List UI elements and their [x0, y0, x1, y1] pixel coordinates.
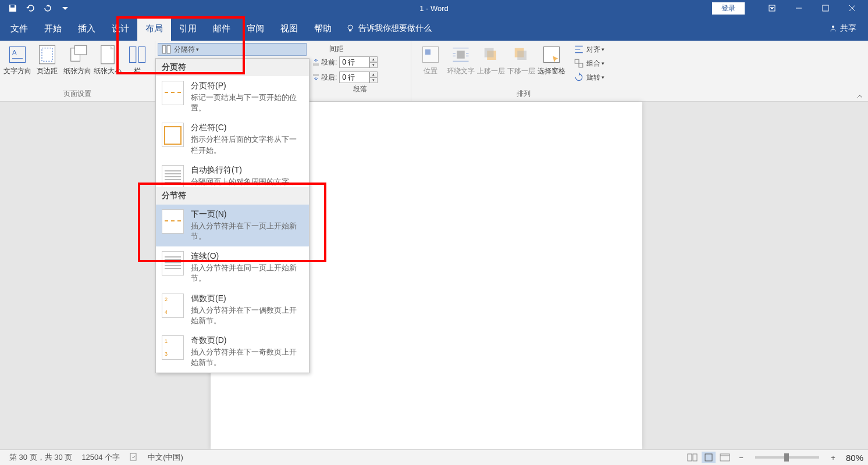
menu-title: 自动换行符(T) [191, 165, 303, 176]
svg-rect-29 [579, 63, 583, 67]
svg-rect-17 [167, 45, 170, 53]
group-label-page-setup: 页面设置 [2, 89, 152, 101]
svg-point-5 [348, 25, 353, 30]
zoom-level[interactable]: 80% [842, 453, 863, 463]
status-proofing-icon[interactable] [124, 452, 143, 463]
tab-mailings[interactable]: 邮件 [205, 17, 239, 41]
group-icon [574, 58, 584, 69]
align-button[interactable]: 对齐▾ [570, 43, 608, 56]
ribbon-tabs: 文件 开始 插入 设计 布局 引用 邮件 审阅 视图 帮助 告诉我你想要做什么 … [0, 16, 868, 41]
before-label: 段前: [321, 58, 337, 67]
tab-home[interactable]: 开始 [36, 17, 70, 41]
selection-pane-button[interactable]: 选择窗格 [536, 43, 567, 88]
menu-item-next-page[interactable]: 下一页(N) 插入分节符并在下一页上开始新节。 [156, 205, 309, 246]
svg-point-6 [832, 26, 834, 28]
breaks-button[interactable]: 分隔符 ▾ [158, 43, 307, 56]
zoom-slider[interactable] [755, 456, 819, 459]
position-button[interactable]: 位置 [415, 43, 446, 88]
ribbon-content: A 文字方向 页边距 纸张方向 纸张大小 栏 页面设置 [0, 41, 868, 102]
spacing-before-input[interactable] [339, 56, 369, 68]
svg-rect-19 [313, 74, 319, 76]
tab-view[interactable]: 视图 [272, 17, 306, 41]
ribbon-display-icon[interactable] [759, 0, 785, 16]
tab-insert[interactable]: 插入 [70, 17, 104, 41]
minimize-icon[interactable] [785, 0, 812, 16]
bring-forward-icon [481, 44, 501, 65]
svg-rect-15 [138, 47, 145, 63]
menu-title: 奇数页(D) [191, 335, 303, 346]
web-layout-icon[interactable] [718, 452, 732, 463]
menu-item-even-page[interactable]: 24 偶数页(E) 插入分节符并在下一偶数页上开始新节。 [156, 289, 309, 331]
send-backward-button[interactable]: 下移一层 [506, 43, 536, 88]
save-icon[interactable] [5, 1, 21, 15]
tab-references[interactable]: 引用 [171, 17, 205, 41]
menu-item-text-wrap[interactable]: 自动换行符(T) 分隔网页上的对象周围的文字，如分隔题注文字与正文 [156, 160, 309, 187]
continuous-icon [162, 251, 184, 276]
tab-layout[interactable]: 布局 [137, 17, 171, 41]
menu-title: 下一页(N) [191, 209, 303, 220]
paper-size-button[interactable]: 纸张大小 [93, 43, 123, 88]
align-icon [574, 44, 584, 55]
group-spacing: 间距 段前: ▴▾ 段后: ▴▾ 段落 [310, 41, 411, 101]
status-words[interactable]: 12504 个字 [77, 452, 124, 463]
read-mode-icon[interactable] [685, 452, 699, 463]
tab-help[interactable]: 帮助 [306, 17, 340, 41]
group-button[interactable]: 组合▾ [570, 57, 608, 70]
login-button[interactable]: 登录 [712, 2, 745, 15]
zoom-in-button[interactable]: + [826, 452, 840, 463]
menu-desc: 插入分节符并在下一偶数页上开始新节。 [191, 305, 303, 326]
tab-review[interactable]: 审阅 [239, 17, 272, 41]
menu-item-column-break[interactable]: 分栏符(C) 指示分栏符后面的文字将从下一栏开始。 [156, 118, 309, 160]
menu-item-page-break[interactable]: 分页符(P) 标记一页结束与下一页开始的位置。 [156, 76, 309, 118]
tell-me-search[interactable]: 告诉我你想要做什么 [340, 23, 437, 41]
menu-title: 分页符(P) [191, 81, 303, 91]
qat-customize-icon[interactable] [57, 1, 73, 15]
document-area [0, 102, 868, 449]
selection-pane-icon [541, 44, 562, 65]
menu-header-section-breaks: 分节符 [156, 187, 309, 205]
zoom-out-button[interactable]: − [734, 452, 748, 463]
wrap-text-icon [450, 44, 471, 65]
svg-text:A: A [12, 49, 17, 56]
title-right: 登录 [712, 0, 868, 16]
page-break-icon [162, 81, 184, 105]
redo-icon[interactable] [40, 1, 56, 15]
margins-button[interactable]: 页边距 [33, 43, 63, 88]
menu-desc: 分隔网页上的对象周围的文字，如分隔题注文字与正文 [191, 177, 303, 187]
print-layout-icon[interactable] [702, 452, 716, 463]
spacing-before-spinner[interactable]: ▴▾ [369, 56, 378, 68]
undo-icon[interactable] [22, 1, 38, 15]
lightbulb-icon [346, 24, 355, 33]
tab-file[interactable]: 文件 [2, 17, 36, 41]
svg-rect-18 [313, 63, 319, 66]
orientation-icon [67, 44, 88, 65]
menu-item-odd-page[interactable]: 13 奇数页(D) 插入分节符并在下一奇数页上开始新节。 [156, 331, 309, 373]
after-label: 段后: [321, 73, 337, 83]
rotate-icon [574, 72, 584, 83]
text-direction-button[interactable]: A 文字方向 [2, 43, 33, 88]
orientation-button[interactable]: 纸张方向 [62, 43, 93, 88]
chevron-down-icon: ▾ [196, 46, 199, 52]
status-language[interactable]: 中文(中国) [143, 452, 188, 463]
maximize-icon[interactable] [812, 0, 839, 16]
close-icon[interactable] [839, 0, 866, 16]
spacing-after-spinner[interactable]: ▴▾ [369, 71, 378, 83]
breaks-dropdown-menu: 分页符 分页符(P) 标记一页结束与下一页开始的位置。 分栏符(C) 指示分栏符… [155, 58, 310, 373]
status-page[interactable]: 第 30 页，共 30 页 [5, 452, 77, 463]
group-label-paragraph: 段落 [312, 84, 408, 96]
collapse-ribbon-icon[interactable] [856, 92, 863, 99]
zoom-thumb[interactable] [784, 453, 789, 462]
share-button[interactable]: 共享 [828, 23, 868, 41]
title-bar: 1 - Word 登录 [0, 0, 868, 16]
menu-desc: 插入分节符并在下一页上开始新节。 [191, 221, 303, 242]
column-break-icon [162, 123, 184, 147]
menu-desc: 插入分节符并在下一奇数页上开始新节。 [191, 347, 303, 368]
spacing-after-input[interactable] [339, 71, 369, 83]
menu-item-continuous[interactable]: 连续(O) 插入分节符并在同一页上开始新节。 [156, 246, 309, 288]
bring-forward-button[interactable]: 上移一层 [476, 43, 506, 88]
tab-design[interactable]: 设计 [104, 17, 137, 41]
svg-rect-31 [688, 454, 692, 461]
wrap-text-button[interactable]: 环绕文字 [446, 43, 476, 88]
rotate-button[interactable]: 旋转▾ [570, 71, 608, 84]
columns-button[interactable]: 栏 [122, 43, 152, 88]
